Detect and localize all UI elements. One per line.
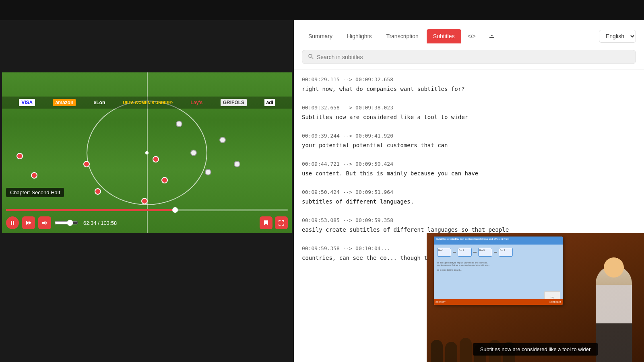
- subtitle-timestamp-3: 00:09:39.244 --> 00:09:41.920: [302, 133, 636, 139]
- skip-forward-button[interactable]: [22, 216, 35, 229]
- player-red-1: [17, 153, 23, 159]
- sponsor-adidas: adi: [264, 99, 275, 106]
- sponsor-elon: eLon: [94, 100, 105, 105]
- search-container[interactable]: [302, 50, 636, 64]
- player-white-3: [205, 169, 211, 175]
- svg-marker-4: [42, 221, 45, 225]
- tab-highlights[interactable]: Highlights: [341, 29, 378, 43]
- sponsor-lays: Lay's: [190, 100, 202, 105]
- sponsor-grifols: GRIFOLS: [221, 99, 247, 106]
- subtitle-timestamp-5: 00:09:50.424 --> 00:09:51.964: [302, 189, 636, 195]
- tab-transcription[interactable]: Transcription: [380, 29, 425, 43]
- top-bar: [0, 0, 644, 20]
- subtitle-text-3: your potential potential customers that …: [302, 141, 636, 150]
- player-white-4: [219, 137, 226, 143]
- subtitle-entry-6: 00:09:53.085 --> 00:09:59.358 easily cre…: [302, 217, 636, 234]
- svg-point-5: [309, 54, 312, 58]
- chapter-label: Chapter: Second Half: [6, 188, 64, 197]
- tab-code[interactable]: </>: [463, 29, 481, 43]
- tab-summary[interactable]: Summary: [302, 29, 339, 43]
- pause-button[interactable]: [6, 216, 19, 229]
- player-red-3: [83, 161, 90, 167]
- progress-area[interactable]: [2, 209, 292, 211]
- sponsor-amazon: amazon: [53, 99, 76, 106]
- player-red-5: [141, 198, 148, 204]
- video-container: VISA amazon eLon UEFA WOMEN'S UNDER© Lay…: [2, 72, 292, 233]
- fullscreen-button[interactable]: [275, 216, 288, 229]
- bookmark-button[interactable]: [260, 216, 272, 229]
- video-controls: 62:34 / 103:58: [2, 216, 292, 229]
- ctrl-right: [260, 216, 288, 229]
- subtitle-text-4: use content. But this is mainly because …: [302, 169, 636, 178]
- progress-handle[interactable]: [172, 207, 178, 213]
- player-white-5: [234, 161, 240, 167]
- subtitle-entry-3: 00:09:39.244 --> 00:09:41.920 your poten…: [302, 133, 636, 150]
- tabs-row: Summary Highlights Transcription Subtitl…: [302, 28, 636, 44]
- right-outer: Summary Highlights Transcription Subtitl…: [294, 20, 644, 362]
- field-center-dot: [145, 151, 149, 154]
- subtitle-text-1: right now, what do companies want subtit…: [302, 85, 636, 93]
- download-button[interactable]: [484, 28, 500, 44]
- tab-subtitles[interactable]: Subtitles: [427, 29, 461, 43]
- svg-marker-2: [26, 221, 29, 225]
- subtitle-entry-4: 00:09:44.721 --> 00:09:50.424 use conten…: [302, 161, 636, 178]
- volume-slider[interactable]: [54, 220, 78, 226]
- player-red-2: [31, 172, 37, 179]
- right-video-thumbnail: Subtitles created by text content transl…: [427, 233, 644, 362]
- subtitle-entry-1: 00:09:29.115 --> 00:09:32.658 right now,…: [302, 76, 636, 93]
- svg-rect-1: [13, 221, 14, 225]
- search-input[interactable]: [317, 54, 630, 60]
- language-select[interactable]: English: [599, 30, 636, 43]
- panel-header: Summary Highlights Transcription Subtitl…: [294, 20, 644, 70]
- time-display: 62:34 / 103:58: [83, 220, 117, 226]
- subtitle-timestamp-2: 00:09:32.658 --> 00:09:38.023: [302, 105, 636, 111]
- player-red-7: [161, 177, 168, 183]
- svg-marker-3: [29, 221, 31, 225]
- sponsor-visa: VISA: [19, 99, 35, 106]
- player-white-1: [176, 121, 182, 127]
- svg-line-6: [312, 58, 314, 59]
- subtitle-timestamp-1: 00:09:29.115 --> 00:09:32.658: [302, 76, 636, 82]
- progress-bar-fill: [6, 209, 175, 211]
- subtitle-text-6: easily create subtitles of different lan…: [302, 226, 636, 234]
- subtitle-timestamp-4: 00:09:44.721 --> 00:09:50.424: [302, 161, 636, 167]
- volume-button[interactable]: [38, 216, 51, 229]
- subtitle-entry-2: 00:09:32.658 --> 00:09:38.023 Subtitles …: [302, 105, 636, 121]
- slide-overlay: Subtitles created by text content transl…: [434, 237, 563, 305]
- svg-rect-0: [11, 221, 12, 225]
- progress-bar[interactable]: [6, 209, 288, 211]
- video-caption: Subtitles now are considered like a tool…: [473, 343, 598, 356]
- search-icon: [308, 53, 314, 60]
- search-row: [302, 44, 636, 70]
- left-panel: VISA amazon eLon UEFA WOMEN'S UNDER© Lay…: [0, 20, 294, 362]
- sponsor-uefa: UEFA WOMEN'S UNDER©: [123, 101, 173, 105]
- subtitle-text-2: Subtitles now are considered like a tool…: [302, 113, 636, 121]
- player-white-2: [190, 150, 197, 156]
- sponsor-bar: VISA amazon eLon UEFA WOMEN'S UNDER© Lay…: [2, 97, 292, 109]
- subtitle-text-5: subtitles of different languages,: [302, 197, 636, 206]
- subtitle-timestamp-6: 00:09:53.085 --> 00:09:59.358: [302, 217, 636, 223]
- subtitle-entry-5: 00:09:50.424 --> 00:09:51.964 subtitles …: [302, 189, 636, 206]
